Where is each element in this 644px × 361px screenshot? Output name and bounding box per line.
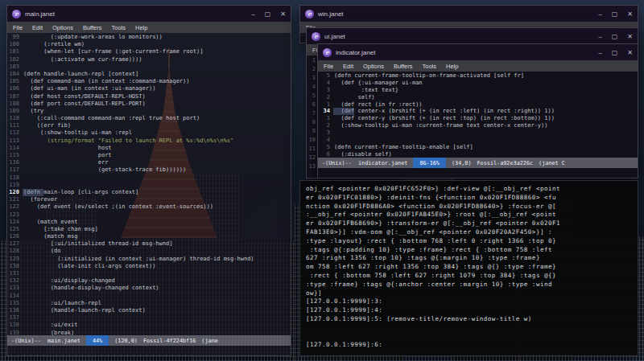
modeline-vcs: Fossil-4f224bf16	[143, 338, 196, 344]
code-line: 128 (do	[7, 248, 291, 255]
terminal-line: er 0x020F1FC01880>} :deinit-fns {<functi…	[306, 194, 632, 203]
code-line: 2 self)	[318, 94, 638, 101]
code-line: 119	[7, 182, 291, 189]
code-line: 101 (when-let [cur-frame (:get-current-f…	[7, 48, 291, 55]
menu-item[interactable]: Help	[446, 63, 458, 70]
line-number: 5	[307, 92, 318, 101]
window-title: indicator.janet	[336, 49, 375, 56]
code-line: 111 ((err fib)	[7, 122, 291, 129]
maximize-button[interactable]: ▢	[612, 49, 618, 56]
minimize-button[interactable]: –	[598, 33, 601, 40]
close-button[interactable]: ✕	[280, 10, 286, 18]
line-number: 3	[307, 74, 318, 83]
menu-item[interactable]: Options	[363, 63, 384, 70]
code-line: 116 err	[7, 159, 291, 166]
close-button[interactable]: ✕	[627, 10, 633, 18]
window-title: win.janet	[318, 10, 344, 18]
code-line: 4 (def {:ui-manager ui-man	[318, 80, 638, 87]
maximize-button[interactable]: ▢	[265, 10, 271, 18]
terminal-line: obj_ref <pointer 0x020F1FC652F0>} :def-v…	[306, 185, 632, 194]
code-line: 125 [:take chan msg]	[7, 226, 291, 233]
menu-item[interactable]: File	[324, 63, 333, 70]
menu-item[interactable]: Options	[52, 24, 73, 31]
modeline-major-mode: (jane	[201, 338, 217, 344]
line-number: 1	[307, 56, 318, 65]
main-editor-window: e main.janet – ▢ ✕ FileEditOptionsBuffer…	[6, 5, 291, 356]
line-number: 2	[307, 65, 318, 74]
modeline: -(Unix)-- indicator.janet 86-16% (34,0) …	[318, 158, 638, 168]
menu-item[interactable]: Buffers	[83, 24, 102, 31]
terminal-line: nction 0x020F1FD886A0> <function 0x020F1…	[306, 203, 632, 211]
code-line: 3	[318, 129, 638, 137]
terminal-line: om 758 :left 627 :right 1356 :top 384} :…	[306, 263, 632, 272]
menu-item[interactable]: Edit	[343, 63, 353, 70]
code-line: 100 (:retile wm)	[7, 41, 291, 48]
menu-item[interactable]: Edit	[32, 24, 43, 31]
menu-item[interactable]: Tools	[423, 63, 437, 70]
code-line: 2 (:show-tooltip ui-man :current-frame t…	[318, 122, 638, 129]
close-button[interactable]: ✕	[627, 49, 633, 56]
terminal-line	[306, 333, 632, 342]
code-line: 118	[7, 174, 291, 182]
code-line: 135 :ui/launch-repl	[7, 300, 291, 307]
minimize-button[interactable]: –	[598, 10, 601, 18]
code-line: 137	[7, 314, 291, 322]
indicator-editor-window: e indicator.janet – ▢ ✕ FileEditOptionsB…	[317, 43, 638, 178]
emacs-icon: e	[12, 10, 21, 18]
terminal-line: :type :frame} :tags @{:anchor :center :m…	[306, 281, 632, 289]
titlebar[interactable]: e indicator.janet – ▢ ✕	[318, 44, 638, 60]
code-line: 121 (forever	[7, 196, 291, 203]
repl-console-window: obj_ref <pointer 0x020F1FC652F0>} :def-v…	[299, 180, 638, 356]
terminal-line: [127.0.0.1:9999]:6:	[306, 341, 632, 350]
code-line: 6 (:disable self)	[318, 151, 638, 158]
terminal-line: :rect { :bottom 758 :left 627 :right 107…	[306, 272, 632, 281]
modeline-buffer-info: -(Unix)-- indicator.janet	[322, 160, 407, 166]
terminal-line: :type :layout} :rect { :bottom 768 :left…	[306, 237, 632, 246]
code-line: 108 (def port const/DEFAULT-REPL-PORT)	[7, 101, 291, 108]
terminal-line: [127.0.0.1:9999]:5: (remove-title/remove…	[306, 315, 632, 324]
code-line: 99 (:update-work-areas lo monitors))	[7, 34, 291, 41]
terminal-line: :__obj_ref <pointer 0x020F1FAB45E0>} :ro…	[306, 211, 632, 219]
code-line: 104(defn handle-launch-repl [context]	[7, 71, 291, 78]
code-line: 124 (match event	[7, 219, 291, 226]
titlebar[interactable]: e win.janet – ▢ ✕	[300, 6, 638, 22]
titlebar[interactable]: e main.janet – ▢ ✕	[7, 6, 291, 22]
terminal-line: [127.0.0.1:9999]:3:	[306, 297, 632, 306]
line-number: 13	[307, 162, 318, 171]
code-line: 110 (:call-command command-man :repl tru…	[7, 115, 291, 122]
code-line: 112 (:show-tooltip ui-man :repl	[7, 129, 291, 137]
code-buffer[interactable]: 5(defn current-frame-tooltip-on-frame-ac…	[318, 72, 638, 158]
code-line: 123	[7, 211, 291, 219]
code-buffer[interactable]: 99 (:update-work-areas lo monitors))100 …	[7, 33, 291, 335]
code-line: 134	[7, 293, 291, 300]
repl-output[interactable]: obj_ref <pointer 0x020F1FC652F0>} :def-v…	[300, 181, 638, 355]
code-line: 109 (try	[7, 108, 291, 115]
echo-area	[7, 346, 291, 355]
modeline-buffer-info: -(Unix)-- main.janet	[11, 338, 80, 344]
desktop: e win.janet – ▢ ✕ File e ui.janet – ▢ ✕ …	[0, 0, 644, 361]
minimize-button[interactable]: –	[251, 10, 254, 18]
code-line: 106 (def ui-man (in context :ui-manager)…	[7, 85, 291, 92]
menu-item[interactable]: Tools	[112, 24, 126, 31]
menu-item[interactable]: Buffers	[394, 63, 413, 70]
code-line: 3 :text text}	[318, 87, 638, 94]
menu-item[interactable]: Help	[135, 24, 147, 31]
titlebar[interactable]: e ui.janet – ▢ ✕	[307, 28, 638, 44]
position-badge: 86-16%	[413, 158, 446, 168]
minimize-button[interactable]: –	[598, 49, 601, 56]
maximize-button[interactable]: ▢	[612, 10, 618, 18]
terminal-line	[306, 324, 632, 333]
terminal-line: ow}]	[306, 289, 632, 298]
close-button[interactable]: ✕	[627, 33, 633, 40]
modeline: -(Unix)-- main.janet 44% (120,0) Fossil-…	[7, 335, 291, 346]
window-controls: – ▢ ✕	[598, 49, 633, 56]
modeline-cursor-position: (120,0)	[114, 338, 138, 344]
echo-area	[318, 168, 638, 178]
menu-item[interactable]: File	[13, 24, 23, 31]
modeline-vcs: Fossil-a92e3a226c	[477, 160, 534, 166]
line-number: 7	[307, 109, 318, 118]
terminal-line: :tags @{:padding 10} :type :frame} :rect…	[306, 246, 632, 255]
code-line: 107 (def host const/DEFAULT-REPL-HOST)	[7, 93, 291, 101]
code-line: 131	[7, 270, 291, 277]
maximize-button[interactable]: ▢	[612, 33, 618, 40]
